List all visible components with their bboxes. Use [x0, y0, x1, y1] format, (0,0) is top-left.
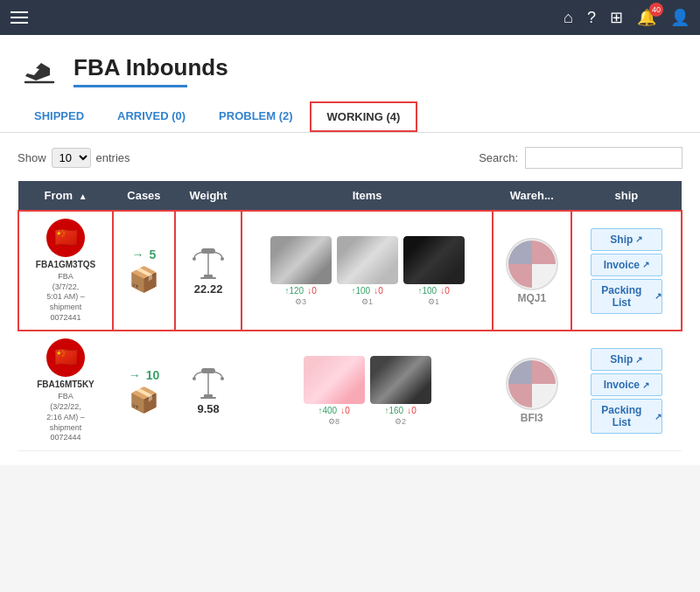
notifications-icon[interactable]: 🔔 40 [637, 8, 656, 27]
page-header: FBA Inbounds SHIPPED ARRIVED (0) PROBLEM… [0, 35, 700, 133]
top-nav: ⌂ ? ⊞ 🔔 40 👤 [0, 0, 700, 35]
tab-problem[interactable]: PROBLEM (2) [202, 101, 310, 132]
help-icon[interactable]: ? [587, 9, 596, 27]
col-weight: Weight [175, 181, 242, 211]
sort-arrow-from: ▲ [79, 192, 88, 201]
col-ship: ship [571, 181, 682, 211]
from-id-2: FBA16MT5KY [37, 380, 94, 389]
warehouse-logo-1 [506, 238, 558, 290]
item-thumb-1a: ↑120 ↓0 ⚙3 [270, 236, 332, 306]
svg-rect-8 [200, 397, 216, 399]
item-stats-1a: ↑120 ↓0 [285, 286, 317, 296]
from-detail-1: FBA(3/7/22,5:01 AM) –shipment0072441 [46, 272, 85, 323]
nav-right: ⌂ ? ⊞ 🔔 40 👤 [564, 8, 690, 27]
item-thumb-2a: ↑400 ↓0 ⚙8 [304, 356, 365, 426]
cases-arrow-2: → 10 [129, 368, 160, 382]
svg-rect-12 [201, 368, 215, 373]
ship-cell-1: Ship ↗ Invoice ↗ Packing List ↗ [571, 211, 682, 331]
data-table: From ▲ Cases Weight Items Wareh... ship [18, 181, 682, 451]
title-underline [74, 85, 187, 87]
table-wrapper: From ▲ Cases Weight Items Wareh... ship [18, 181, 682, 451]
svg-point-11 [220, 377, 224, 380]
item-stats-1c: ↑100 ↓0 [418, 286, 450, 296]
item-stats-2a: ↑400 ↓0 [318, 406, 350, 415]
apps-icon[interactable]: ⊞ [610, 8, 623, 27]
home-icon[interactable]: ⌂ [564, 9, 573, 27]
item-img-earphones [337, 236, 398, 284]
warehouse-cell-2: BFI3 [493, 331, 571, 450]
weight-cell-2: 9.58 [175, 331, 242, 450]
svg-point-3 [192, 257, 196, 261]
box-icon-2: 📦 [129, 386, 159, 414]
from-id-1: FBA1GM3TQS [36, 260, 95, 269]
ship-cell-2: Ship ↗ Invoice ↗ Packing List ↗ [571, 331, 682, 450]
item-thumb-2b: ↑160 ↓0 ⚙2 [370, 356, 431, 426]
items-cell-1: ↑120 ↓0 ⚙3 ↑100 [242, 211, 492, 331]
ship-button-1[interactable]: Ship ↗ [591, 228, 662, 251]
col-warehouse: Wareh... [493, 181, 571, 211]
search-area: Search: [479, 147, 682, 169]
packing-list-button-1[interactable]: Packing List ↗ [591, 279, 662, 314]
warehouse-logo-2 [506, 358, 558, 410]
items-cell-2: ↑400 ↓0 ⚙8 ↑160 [242, 331, 492, 450]
warehouse-code-2: BFI3 [521, 412, 543, 424]
item-stats-1b: ↑100 ↓0 [352, 286, 383, 296]
title-row: FBA Inbounds [18, 49, 682, 93]
svg-rect-1 [200, 277, 216, 279]
col-items: Items [242, 181, 492, 211]
show-entries-control: Show 10 25 50 entries [18, 148, 130, 168]
from-detail-2: FBA(3/22/22,2:16 AM) –shipment0072444 [46, 392, 85, 442]
cases-arrow-1: → 5 [132, 247, 157, 261]
us-flag-icon-2 [508, 359, 556, 408]
nav-left [10, 11, 28, 24]
tab-working[interactable]: WORKING (4) [310, 101, 418, 132]
svg-point-10 [192, 377, 196, 380]
search-input[interactable] [525, 147, 682, 169]
page-title: FBA Inbounds [74, 54, 228, 81]
item-stats-2b: ↑160 ↓0 [385, 406, 416, 415]
flag-circle-1: 🇨🇳 [46, 219, 85, 257]
col-cases: Cases [113, 181, 175, 211]
invoice-button-2[interactable]: Invoice ↗ [591, 373, 662, 396]
user-icon[interactable]: 👤 [670, 8, 690, 27]
weight-cell-1: 22.22 [175, 211, 242, 331]
invoice-button-1[interactable]: Invoice ↗ [591, 254, 662, 276]
tab-arrived[interactable]: ARRIVED (0) [101, 101, 202, 132]
search-label: Search: [479, 151, 518, 164]
flag-circle-2: 🇨🇳 [46, 338, 85, 377]
weight-val-2: 9.58 [197, 402, 219, 415]
packing-list-button-2[interactable]: Packing List ↗ [591, 399, 662, 434]
us-flag-icon-1 [508, 240, 556, 289]
tab-shipped[interactable]: SHIPPED [18, 101, 101, 132]
content-area: Show 10 25 50 entries Search: From ▲ Cas… [0, 133, 700, 465]
tabs-row: SHIPPED ARRIVED (0) PROBLEM (2) WORKING … [18, 101, 682, 132]
hamburger-menu[interactable] [10, 11, 28, 24]
col-from[interactable]: From ▲ [18, 181, 113, 211]
weight-val-1: 22.22 [194, 282, 223, 296]
fba-icon [18, 49, 61, 93]
cases-cell-1: → 5 📦 [113, 211, 175, 331]
table-row: 🇨🇳 FBA1GM3TQS FBA(3/7/22,5:01 AM) –shipm… [18, 211, 682, 331]
warehouse-code-1: MQJ1 [517, 292, 546, 304]
item-img-glasses [403, 236, 465, 284]
item-img-cat-ears [304, 356, 365, 404]
box-icon-1: 📦 [129, 265, 159, 294]
table-row: 🇨🇳 FBA16MT5KY FBA(3/22/22,2:16 AM) –ship… [18, 331, 682, 450]
item-img-cable [370, 356, 431, 404]
entries-select[interactable]: 10 25 50 [52, 148, 91, 168]
warehouse-cell-1: MQJ1 [493, 211, 571, 331]
item-thumb-1c: ↑100 ↓0 ⚙1 [403, 236, 465, 306]
controls-row: Show 10 25 50 entries Search: [18, 147, 682, 169]
entries-label: entries [96, 151, 130, 164]
show-label: Show [18, 151, 46, 164]
ship-button-2[interactable]: Ship ↗ [591, 348, 662, 371]
scale-icon-1 [190, 247, 227, 280]
from-cell-1: 🇨🇳 FBA1GM3TQS FBA(3/7/22,5:01 AM) –shipm… [18, 211, 113, 331]
scale-icon-2 [190, 366, 227, 400]
cases-cell-2: → 10 📦 [113, 331, 175, 450]
table-header-row: From ▲ Cases Weight Items Wareh... ship [18, 181, 682, 211]
from-cell-2: 🇨🇳 FBA16MT5KY FBA(3/22/22,2:16 AM) –ship… [18, 331, 113, 450]
item-img-headband [270, 236, 332, 284]
item-thumb-1b: ↑100 ↓0 ⚙1 [337, 236, 398, 306]
svg-point-4 [220, 257, 224, 261]
